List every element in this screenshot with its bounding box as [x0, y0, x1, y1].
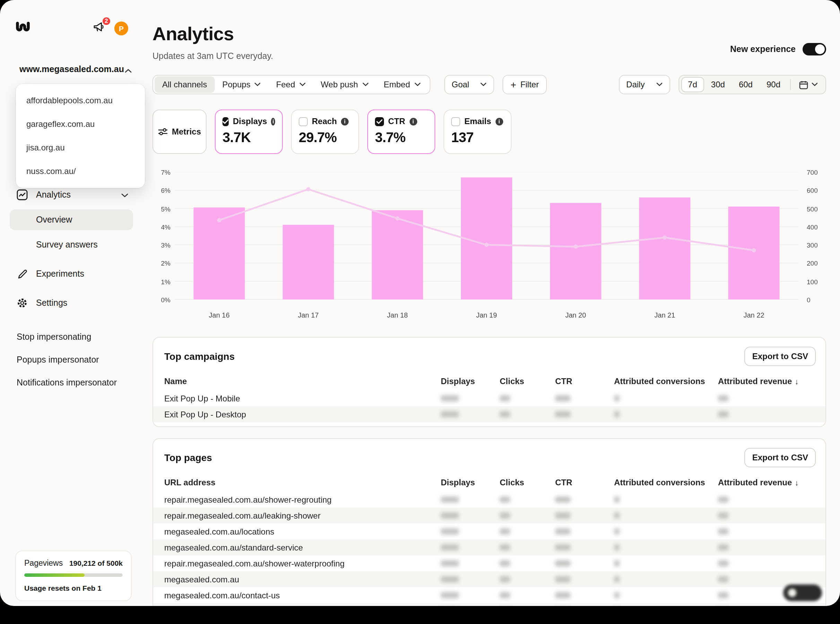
page-url: megasealed.com.au [164, 575, 441, 584]
info-icon: i [271, 117, 275, 125]
screen: 2 P www.megasealed.com.au affordablepool… [0, 0, 840, 624]
range-90d[interactable]: 90d [760, 77, 787, 92]
line-point [306, 187, 310, 192]
metric-card-displays[interactable]: Displays i 3.7K [215, 110, 283, 154]
clicks-value-blurred [500, 542, 555, 552]
chevron-up-icon [125, 63, 132, 76]
chat-icon [788, 588, 796, 597]
toggle-knob [815, 44, 825, 54]
info-icon: i [495, 117, 503, 125]
channel-embed[interactable]: Embed [376, 76, 428, 93]
checkbox-checked[interactable] [222, 117, 229, 126]
conversions-value-blurred [614, 394, 718, 403]
page-subtitle: Updates at 3am UTC everyday. [153, 51, 273, 61]
notifications-impersonator-link[interactable]: Notifications impersonator [0, 371, 139, 394]
range-7d[interactable]: 7d [681, 77, 704, 92]
page-url: megasealed.com.au/standard-service [164, 542, 441, 552]
table-row[interactable]: Exit Pop Up - Mobile [153, 390, 825, 406]
nav-label: Survey answers [36, 240, 98, 250]
column-header-sortable[interactable]: Attributed revenue ↓ [718, 377, 814, 386]
sidebar-item-experiments[interactable]: Experiments [0, 261, 139, 286]
displays-value-blurred [441, 394, 500, 403]
divider [790, 79, 791, 90]
campaign-name: Exit Pop Up - Desktop [164, 409, 441, 419]
export-csv-button[interactable]: Export to CSV [745, 347, 816, 366]
sidebar-item-overview[interactable]: Overview [10, 209, 133, 230]
channel-popups[interactable]: Popups [214, 76, 268, 93]
main-content: Analytics Updates at 3am UTC everyday. N… [139, 0, 840, 606]
new-experience-toggle[interactable] [803, 43, 826, 56]
range-60d[interactable]: 60d [732, 77, 760, 92]
pageviews-label: Pageviews [24, 559, 63, 567]
domain-option[interactable]: garageflex.com.au [16, 112, 145, 136]
table-row[interactable]: megasealed.com.au/standard-service [153, 539, 825, 555]
analytics-icon [17, 189, 28, 200]
y-axis-label-right: 300 [807, 241, 826, 249]
export-csv-button[interactable]: Export to CSV [745, 448, 816, 467]
displays-value-blurred [441, 575, 500, 584]
domain-option[interactable]: jisa.org.au [16, 136, 145, 159]
range-30d[interactable]: 30d [704, 77, 732, 92]
table-row[interactable]: megasealed.com.au/contact-us [153, 587, 825, 603]
column-header: CTR [555, 478, 614, 487]
column-header: CTR [555, 377, 614, 386]
displays-value-blurred [441, 527, 500, 536]
channel-web-push[interactable]: Web push [313, 76, 376, 93]
column-header: Name [164, 377, 441, 386]
nav-label: Analytics [36, 190, 71, 200]
table-row[interactable]: megasealed.com.au/locations [153, 524, 825, 539]
table-row[interactable]: repair.megasealed.com.au/shower-regrouti… [153, 491, 825, 508]
stop-impersonating-link[interactable]: Stop impersonating [0, 325, 139, 348]
x-axis-label: Jan 21 [620, 311, 709, 319]
goal-select[interactable]: Goal [444, 75, 494, 94]
revenue-value-blurred [718, 575, 814, 584]
metrics-button[interactable]: Metrics [153, 110, 207, 154]
metric-card-emails[interactable]: Emails i 137 [444, 110, 512, 154]
announcements-button[interactable]: 2 [93, 21, 105, 35]
nav-label: Settings [36, 298, 67, 308]
campaigns-table: Name Displays Clicks CTR Attributed conv… [153, 372, 825, 426]
metric-label: Emails [464, 116, 491, 126]
bar-Jan 19 [461, 178, 512, 300]
clicks-value-blurred [500, 409, 555, 419]
chat-widget-button[interactable] [783, 584, 822, 601]
bar-Jan 20 [550, 203, 601, 300]
plus-icon: + [510, 80, 516, 90]
page-title: Analytics [153, 23, 273, 45]
conversions-value-blurred [614, 542, 718, 552]
sidebar-item-survey-answers[interactable]: Survey answers [0, 232, 139, 257]
table-row[interactable]: repair.megasealed.com.au/leaking-shower [153, 508, 825, 524]
table-row[interactable]: repair.megasealed.com.au/shower-waterpro… [153, 555, 825, 571]
metric-card-ctr[interactable]: CTR i 3.7% [367, 110, 435, 154]
channel-all-channels[interactable]: All channels [154, 76, 214, 93]
table-row[interactable]: Exit Pop Up - Desktop [153, 406, 825, 422]
checkbox-unchecked[interactable] [451, 117, 460, 126]
chevron-down-icon [812, 82, 818, 86]
sidebar: 2 P www.megasealed.com.au affordablepool… [0, 0, 139, 606]
chevron-down-icon [255, 82, 261, 86]
domain-option[interactable]: affordablepools.com.au [16, 89, 145, 112]
granularity-select[interactable]: Daily [618, 75, 670, 94]
avatar[interactable]: P [114, 21, 128, 35]
checkbox-unchecked[interactable] [299, 117, 308, 126]
page-url: repair.megasealed.com.au/shower-regrouti… [164, 495, 441, 504]
table-row[interactable]: megasealed.com.au [153, 571, 825, 587]
custom-date-button[interactable] [794, 80, 823, 89]
table-row[interactable]: repair.megasealed.com.au/tiles [153, 603, 825, 606]
info-icon: i [341, 117, 348, 125]
checkbox-checked[interactable] [375, 117, 384, 126]
revenue-value-blurred [718, 394, 814, 403]
pageviews-value: 190,212 of 500k [69, 559, 123, 567]
channel-feed[interactable]: Feed [268, 76, 313, 93]
column-header-sortable[interactable]: Attributed revenue ↓ [718, 478, 814, 487]
domain-selector[interactable]: www.megasealed.com.au [0, 63, 139, 76]
displays-value-blurred [441, 590, 500, 600]
line-point [573, 245, 578, 249]
sidebar-item-settings[interactable]: Settings [0, 290, 139, 315]
add-filter-button[interactable]: + Filter [502, 75, 547, 94]
y-axis-label-left: 7% [153, 168, 171, 176]
domain-option[interactable]: nuss.com.au/ [16, 159, 145, 183]
column-header: Clicks [500, 478, 555, 487]
popups-impersonator-link[interactable]: Popups impersonator [0, 348, 139, 371]
metric-card-reach[interactable]: Reach i 29.7% [291, 110, 359, 154]
